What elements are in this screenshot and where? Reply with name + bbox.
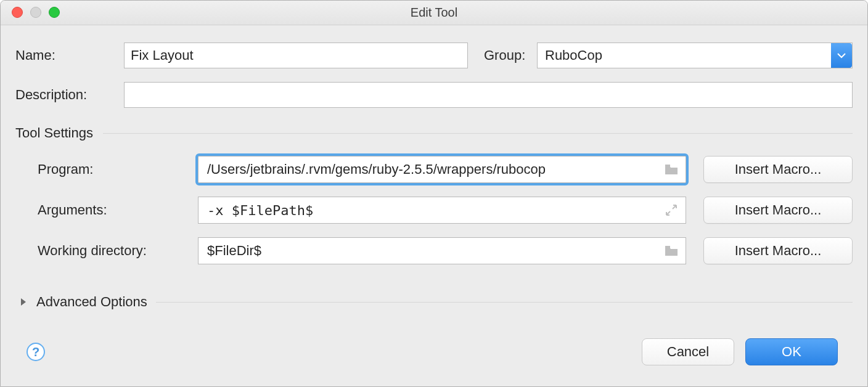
disclosure-triangle-icon[interactable] — [19, 296, 28, 308]
tool-settings-label: Tool Settings — [15, 125, 93, 141]
cancel-button[interactable]: Cancel — [642, 338, 734, 365]
svg-rect-0 — [665, 165, 670, 167]
browse-folder-icon[interactable] — [662, 242, 681, 260]
name-label: Name: — [15, 47, 124, 63]
working-directory-input[interactable] — [206, 238, 662, 264]
chevron-down-icon[interactable] — [831, 43, 852, 68]
help-button[interactable]: ? — [27, 343, 45, 361]
dialog-content: Name: Group: RuboCop Description: Tool S… — [1, 25, 867, 386]
name-group-row: Name: Group: RuboCop — [15, 43, 853, 68]
zoom-window-button[interactable] — [49, 7, 60, 18]
browse-folder-icon[interactable] — [662, 160, 681, 179]
program-input[interactable] — [206, 157, 662, 182]
group-label: Group: — [468, 47, 537, 63]
divider — [156, 302, 853, 303]
working-directory-label: Working directory: — [15, 243, 198, 259]
description-row: Description: — [15, 82, 853, 108]
working-directory-row: Working directory: Insert Macro... — [15, 237, 853, 264]
expand-icon[interactable] — [662, 201, 681, 219]
edit-tool-dialog: Edit Tool Name: Group: RuboCop Descripti… — [0, 0, 868, 387]
program-row: Program: Insert Macro... — [15, 156, 853, 183]
description-label: Description: — [15, 87, 124, 103]
insert-macro-program-button[interactable]: Insert Macro... — [703, 156, 853, 183]
description-input[interactable] — [124, 82, 853, 108]
title-bar: Edit Tool — [1, 1, 867, 25]
group-combobox[interactable]: RuboCop — [537, 43, 853, 68]
minimize-window-button — [30, 7, 41, 18]
name-input[interactable] — [124, 43, 468, 68]
program-field — [198, 156, 686, 183]
arguments-field — [198, 197, 686, 224]
program-label: Program: — [15, 161, 198, 177]
window-title: Edit Tool — [411, 6, 457, 20]
svg-rect-1 — [665, 246, 670, 248]
advanced-options-header[interactable]: Advanced Options — [15, 294, 853, 310]
insert-macro-arguments-button[interactable]: Insert Macro... — [703, 197, 853, 224]
divider — [103, 133, 853, 134]
group-combobox-value: RuboCop — [538, 43, 831, 68]
insert-macro-workdir-button[interactable]: Insert Macro... — [703, 237, 853, 264]
advanced-options-label: Advanced Options — [36, 294, 147, 310]
close-window-button[interactable] — [12, 7, 23, 18]
ok-button[interactable]: OK — [745, 338, 838, 365]
dialog-footer: ? Cancel OK — [15, 332, 853, 377]
arguments-row: Arguments: Insert Macro... — [15, 197, 853, 224]
arguments-label: Arguments: — [15, 202, 198, 218]
tool-settings-section-header: Tool Settings — [15, 125, 853, 141]
window-controls — [12, 7, 60, 18]
working-directory-field — [198, 237, 686, 264]
arguments-input[interactable] — [206, 197, 662, 223]
